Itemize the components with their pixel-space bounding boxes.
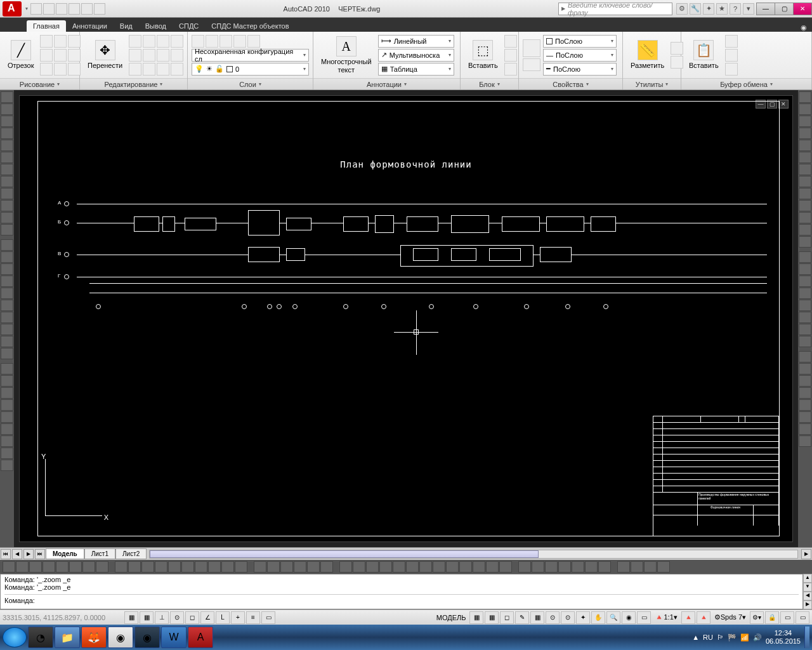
search-input[interactable]: Введите ключевое слово/фразу: [558, 3, 672, 15]
panel-layers-title[interactable]: Слои: [188, 78, 313, 90]
tool-icon[interactable]: [56, 561, 69, 573]
tool-icon[interactable]: [799, 423, 811, 435]
tool-icon[interactable]: [1, 435, 13, 447]
tool-icon[interactable]: [799, 312, 811, 323]
tool-icon[interactable]: [617, 561, 630, 573]
tab-home[interactable]: Главная: [27, 20, 66, 32]
app-logo[interactable]: [3, 1, 22, 17]
tool-icon[interactable]: [366, 561, 379, 573]
status-icon[interactable]: ▦: [469, 611, 483, 624]
tab-model[interactable]: Модель: [46, 548, 84, 559]
exchange-icon[interactable]: ★: [716, 3, 728, 15]
tool-icon[interactable]: [1, 263, 13, 275]
tab-last-icon[interactable]: ⏭: [35, 549, 45, 559]
tool-icon[interactable]: [459, 561, 472, 573]
tool-icon[interactable]: [69, 561, 82, 573]
canvas-area[interactable]: — ▢ ✕ План формовочной линии А Б В Г: [14, 90, 798, 547]
tool-icon[interactable]: [3, 561, 15, 573]
hw-icon[interactable]: ▭: [780, 611, 794, 624]
scroll-left-icon[interactable]: ◀: [803, 592, 812, 600]
help-icon[interactable]: ?: [730, 3, 741, 15]
tool-icon[interactable]: [799, 91, 811, 103]
command-input[interactable]: Команда:: [4, 595, 799, 606]
tool-icon[interactable]: [799, 363, 811, 375]
ellipse-icon[interactable]: [54, 49, 67, 62]
circle-icon[interactable]: [40, 49, 53, 62]
insert-block-button[interactable]: ⬚ Вставить: [464, 39, 502, 70]
tool-icon[interactable]: [499, 561, 512, 573]
tool-icon[interactable]: [1, 300, 13, 311]
taskbar-app-icon[interactable]: ◔: [28, 627, 53, 648]
tab-spds[interactable]: СПДС: [173, 20, 205, 32]
snap-icon[interactable]: ▦: [124, 611, 138, 624]
spline-icon[interactable]: [40, 63, 53, 76]
tool-icon[interactable]: [799, 224, 811, 235]
pline-icon[interactable]: [54, 35, 67, 48]
edit-block-icon[interactable]: [504, 49, 517, 62]
tool-icon[interactable]: [168, 561, 181, 573]
tool-icon[interactable]: [1, 324, 13, 335]
panel-clip-title[interactable]: Буфер обмена: [681, 78, 811, 90]
tool-icon[interactable]: [1, 312, 13, 323]
taskbar-autocad-icon[interactable]: A: [188, 627, 213, 648]
layer-state-combo[interactable]: Несохраненная конфигурация сл: [192, 49, 309, 62]
lineweight-combo[interactable]: —ПоСлою: [543, 49, 617, 62]
table-button[interactable]: ▦Таблица: [378, 63, 454, 76]
tab-prev-icon[interactable]: ◀: [12, 549, 22, 559]
tab-annot[interactable]: Аннотации: [66, 20, 114, 32]
tool-icon[interactable]: [631, 561, 643, 573]
taskbar-chrome-icon[interactable]: ◉: [108, 627, 133, 648]
tool-icon[interactable]: [307, 561, 320, 573]
tool-icon[interactable]: [339, 561, 352, 573]
tool-icon[interactable]: [195, 561, 207, 573]
lang-indicator[interactable]: RU: [703, 633, 713, 641]
match-icon[interactable]: [725, 63, 738, 76]
tool-icon[interactable]: [1, 448, 13, 459]
tool-icon[interactable]: [799, 116, 811, 127]
tab-layout2[interactable]: Лист2: [115, 548, 147, 559]
mleader-button[interactable]: ↗Мультивыноска: [378, 49, 454, 62]
tool-icon[interactable]: [43, 561, 55, 573]
clock[interactable]: 12:34 06.05.2015: [766, 629, 801, 646]
scroll-thumb[interactable]: [150, 550, 538, 558]
tool-icon[interactable]: [799, 263, 811, 275]
tool-icon[interactable]: [799, 200, 811, 211]
tool-icon[interactable]: [799, 275, 811, 287]
tool-icon[interactable]: [799, 336, 811, 347]
zoom-icon[interactable]: 🔍: [606, 611, 620, 624]
measure-button[interactable]: 📏 Разметить: [627, 39, 668, 70]
tray-network-icon[interactable]: 📶: [740, 633, 749, 642]
tool-icon[interactable]: [221, 561, 234, 573]
tool-icon[interactable]: [799, 128, 811, 139]
tool-icon[interactable]: [406, 561, 419, 573]
tool-icon[interactable]: [1, 399, 13, 411]
tool-icon[interactable]: [29, 561, 42, 573]
drawing-canvas[interactable]: — ▢ ✕ План формовочной линии А Б В Г: [19, 95, 793, 542]
close-button[interactable]: ✕: [793, 3, 812, 15]
layer-freeze-icon[interactable]: [233, 35, 246, 48]
taskbar-firefox-icon[interactable]: 🦊: [81, 627, 107, 648]
tool-icon[interactable]: [1, 164, 13, 175]
app-menu-chevron[interactable]: ▾: [25, 6, 28, 11]
show-desktop-button[interactable]: [804, 627, 809, 648]
tool-icon[interactable]: [473, 561, 485, 573]
panel-props-title[interactable]: Свойства: [519, 78, 622, 90]
tool-icon[interactable]: [585, 561, 598, 573]
matchprop-icon[interactable]: [523, 39, 540, 57]
ws-icon[interactable]: ⚙▾: [750, 611, 764, 624]
linetype-combo[interactable]: ━ПоСлою: [543, 63, 617, 76]
qat-print-icon[interactable]: [94, 3, 105, 15]
tool-icon[interactable]: [799, 164, 811, 175]
tool-icon[interactable]: [558, 561, 571, 573]
layer-iso-icon[interactable]: [219, 35, 232, 48]
panel-edit-title[interactable]: Редактирование: [80, 78, 187, 90]
tool-icon[interactable]: [128, 561, 141, 573]
stretch-icon[interactable]: [129, 49, 141, 62]
tool-icon[interactable]: [254, 561, 266, 573]
rotate-icon[interactable]: [143, 35, 155, 48]
qat-undo-icon[interactable]: [69, 3, 80, 15]
scroll-right-icon[interactable]: ▶: [801, 549, 811, 559]
status-icon[interactable]: ⊙: [561, 611, 575, 624]
tool-icon[interactable]: [799, 300, 811, 311]
ortho-icon[interactable]: ⊥: [155, 611, 169, 624]
